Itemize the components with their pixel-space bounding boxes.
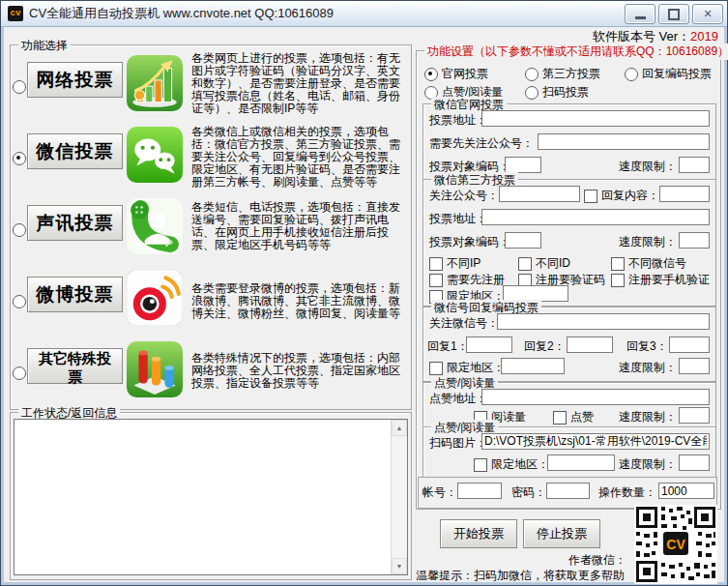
account-input[interactable]	[457, 483, 502, 499]
minimize-button[interactable]	[625, 4, 655, 24]
stop-voting-button[interactable]: 停止投票	[523, 519, 600, 548]
voice-voting-desc: 各类短信、电话投票，选项包括：直接发送编号、需要回复验证码、拨打声讯电话、在网页…	[191, 201, 410, 251]
radio-scan-icon[interactable]	[525, 86, 539, 100]
check-diff-ip[interactable]: 不同IP	[429, 255, 480, 272]
voice-voting-button[interactable]: 声讯投票	[27, 205, 123, 241]
tp-reply-checkbox[interactable]	[584, 190, 597, 203]
diff-id-label: 不同ID	[536, 255, 570, 272]
scroll-up-icon: ▲	[396, 425, 403, 431]
version-text: 软件版本号 Ver：	[593, 29, 690, 44]
scroll-up-button[interactable]: ▲	[392, 420, 407, 436]
network-voting-button[interactable]: 网络投票	[27, 62, 123, 98]
diff-id-checkbox[interactable]	[518, 257, 532, 271]
radio-network-voting[interactable]	[13, 80, 26, 94]
radio-official-icon[interactable]	[424, 68, 438, 81]
diff-wechat-checkbox[interactable]	[611, 257, 625, 271]
tp-follow-label: 关注公众号：	[429, 188, 499, 204]
check-diff-wechat[interactable]: 不同微信号	[611, 255, 686, 272]
bar-chart-3d-icon	[127, 341, 183, 397]
lr-url-input[interactable]	[481, 389, 710, 405]
svg-text:CV: CV	[666, 537, 685, 552]
titlebar: cv CV全能通用自动投票机 www.cnvote.net QQ:1061608…	[1, 1, 727, 27]
diff-ip-label: 不同IP	[447, 255, 480, 272]
scroll-down-button[interactable]: ▼	[392, 558, 407, 574]
qr-code: CV	[634, 505, 717, 584]
scan-region-input[interactable]	[547, 454, 615, 471]
function-row-voice: 声讯投票 各类短信、电话投票，选项包括：直接发送编号、需要回复验证码、拨打声讯电…	[12, 197, 408, 269]
tp-vote-url-label: 投票地址：	[429, 211, 487, 227]
scan-region-checkbox[interactable]	[474, 458, 487, 472]
register-phone-checkbox[interactable]	[611, 274, 625, 287]
rc-reply2-input[interactable]	[567, 337, 613, 353]
count-input[interactable]	[658, 483, 714, 499]
status-textarea[interactable]: ▲ ▼	[14, 419, 408, 575]
rc-speed-input[interactable]	[679, 358, 710, 374]
lr-speed-input[interactable]	[679, 407, 710, 424]
function-row-weibo: 微博投票 各类需要登录微博的投票，选项包括：新浪微博、腾讯微博、其它非主流微博、…	[12, 269, 408, 340]
lr-like-checkbox[interactable]	[553, 411, 567, 425]
tp-code-input[interactable]	[505, 232, 541, 249]
wechat-voting-desc: 各类微信上或微信相关的投票，选项包括：微信官方投票、第三方验证投票、需要关注公众…	[191, 126, 410, 189]
author-wechat-label: 作者微信：	[568, 552, 626, 569]
official-vote-url-input[interactable]	[481, 110, 710, 127]
official-follow-input[interactable]	[538, 133, 710, 150]
growth-chart-icon	[127, 55, 183, 111]
scan-region-check[interactable]: 限定地区：	[474, 456, 549, 473]
settings-group: 功能设置（以下参数不懂或不适用请联系QQ：10616089） 官网投票 第三方投…	[416, 50, 721, 510]
radio-wechat-voting[interactable]	[13, 152, 26, 165]
scan-image-input[interactable]	[481, 433, 710, 450]
radio-thirdparty-label: 第三方投票	[542, 66, 600, 82]
rc-reply1-input[interactable]	[466, 337, 512, 353]
radio-thirdparty-icon[interactable]	[525, 68, 539, 81]
tp-follow-input[interactable]	[499, 186, 580, 202]
rc-reply3-label: 回复3：	[626, 338, 668, 355]
need-register-label: 需要先注册	[447, 272, 505, 288]
rc-region-input[interactable]	[501, 358, 565, 374]
check-diff-id[interactable]: 不同ID	[518, 255, 570, 272]
thirdparty-group: 微信第三方投票 关注公众号： 回复内容： 投票地址： 投票对象编码： 速度限制：…	[422, 179, 716, 307]
radio-replycode-voting[interactable]: 回复编码投票	[625, 66, 712, 82]
count-label: 操作数量：	[598, 484, 656, 501]
password-input[interactable]	[546, 483, 590, 499]
radio-voice-voting[interactable]	[13, 223, 26, 237]
app-logo-icon: cv	[8, 6, 23, 21]
tp-speed-input[interactable]	[679, 232, 710, 249]
lr-like-check[interactable]: 点赞	[553, 409, 594, 425]
diff-ip-checkbox[interactable]	[429, 257, 443, 271]
weibo-voting-button[interactable]: 微博投票	[27, 277, 123, 312]
tp-reply-check[interactable]: 回复内容：	[584, 188, 659, 204]
tp-reply-input[interactable]	[659, 186, 710, 202]
maximize-button[interactable]	[658, 4, 689, 24]
official-speed-input[interactable]	[679, 157, 710, 173]
tip-text: 温馨提示：扫码加微信，将获取更多帮助	[416, 568, 625, 584]
need-register-checkbox[interactable]	[429, 274, 443, 287]
rc-region-check[interactable]: 限定地区：	[429, 360, 505, 376]
radio-replycode-icon[interactable]	[625, 68, 638, 81]
official-code-input[interactable]	[505, 157, 541, 173]
check-need-register[interactable]: 需要先注册	[429, 272, 505, 288]
scan-speed-input[interactable]	[679, 454, 710, 471]
rc-follow-label: 关注微信号：	[429, 315, 499, 332]
lr-speed-label: 速度限制：	[619, 409, 677, 425]
rc-reply3-input[interactable]	[669, 337, 710, 353]
radio-other-voting[interactable]	[13, 366, 26, 380]
start-voting-button[interactable]: 开始投票	[440, 519, 517, 548]
rc-follow-input[interactable]	[497, 313, 710, 330]
official-speed-label: 速度限制：	[619, 159, 677, 175]
radio-scan-voting[interactable]: 扫码投票	[525, 84, 589, 101]
function-row-network: 网络投票 各类网页上进行的投票，选项包括：有无图片或字符验证码（验证码分汉字、英…	[12, 54, 408, 126]
tp-vote-url-input[interactable]	[481, 209, 710, 225]
close-button[interactable]: ✕	[692, 4, 723, 24]
check-register-phone[interactable]: 注册要手机验证	[611, 272, 710, 288]
replycode-group: 微信号回复编码投票 关注微信号： 回复1： 回复2： 回复3： 限定地区： 速度…	[422, 307, 716, 382]
function-select-title: 功能选择	[18, 38, 71, 54]
other-voting-button[interactable]: 其它特殊投票	[27, 348, 123, 384]
close-icon: ✕	[703, 9, 712, 19]
lr-url-label: 点赞地址：	[429, 391, 487, 407]
wechat-voting-button[interactable]: 微信投票	[27, 133, 123, 169]
radio-official-voting[interactable]: 官网投票	[424, 66, 488, 82]
radio-thirdparty-voting[interactable]: 第三方投票	[525, 66, 600, 82]
status-scrollbar[interactable]: ▲ ▼	[391, 420, 407, 574]
rc-region-checkbox[interactable]	[429, 362, 443, 375]
radio-weibo-voting[interactable]	[13, 295, 26, 308]
